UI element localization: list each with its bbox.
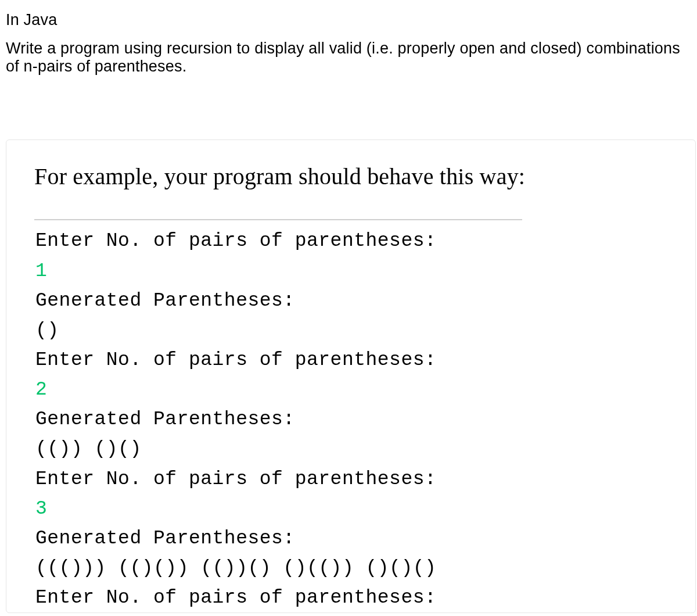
prompt-line: Enter No. of pairs of parentheses: [35, 345, 522, 375]
example-heading: For example, your program should behave … [34, 162, 667, 191]
terminal-output: Enter No. of pairs of parentheses: 1 Gen… [34, 219, 522, 613]
page: In Java Write a program using recursion … [0, 0, 697, 613]
prompt-line: Enter No. of pairs of parentheses: [35, 226, 522, 256]
user-input: 1 [35, 256, 522, 286]
generated-label: Generated Parentheses: [35, 524, 522, 553]
generated-output: () [35, 316, 522, 345]
user-input: 3 [35, 494, 522, 524]
generated-label: Generated Parentheses: [35, 404, 522, 434]
generated-output: (()) ()() [35, 434, 522, 464]
prompt-line: Enter No. of pairs of parentheses: [35, 583, 522, 613]
language-line: In Java [6, 10, 691, 29]
generated-label: Generated Parentheses: [35, 286, 522, 316]
user-input: 2 [35, 375, 522, 404]
generated-output: ((())) (()()) (())() ()(()) ()()() [35, 553, 522, 583]
problem-description: Write a program using recursion to displ… [6, 40, 691, 76]
example-card: For example, your program should behave … [6, 139, 696, 613]
prompt-line: Enter No. of pairs of parentheses: [35, 464, 522, 494]
